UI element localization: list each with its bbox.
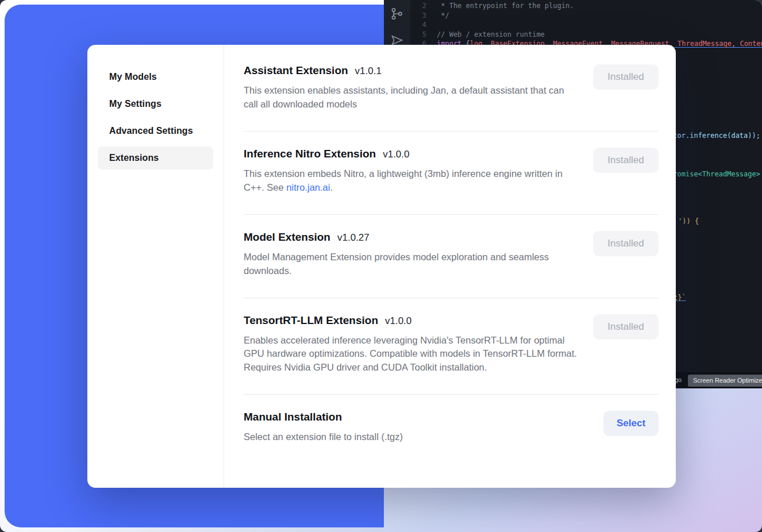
line-number: 3 (410, 11, 426, 21)
installed-button-tensorrt[interactable]: Installed (593, 314, 659, 340)
extension-section-nitro: Inference Nitro Extension v1.0.0 This ex… (244, 132, 659, 215)
sidebar-item-extensions[interactable]: Extensions (98, 147, 213, 169)
manual-installation-title: Manual Installation (244, 411, 342, 423)
nitro-link[interactable]: nitro.jan.ai (286, 182, 330, 192)
code-line: 2 * The entrypoint for the plugin. (410, 1, 762, 11)
extension-section-model: Model Extension v1.0.27 Model Management… (244, 215, 659, 298)
extension-description: This extension enables assistants, inclu… (244, 84, 577, 111)
description-text: . (330, 182, 333, 192)
sidebar-item-advanced-settings[interactable]: Advanced Settings (98, 119, 213, 142)
extension-version: v1.0.0 (385, 315, 411, 327)
code-fragment: rator.inference(data)); (665, 132, 760, 140)
select-button[interactable]: Select (603, 411, 659, 436)
extension-description: Model Management Extension provides mode… (244, 250, 577, 278)
git-branch-icon (390, 7, 404, 21)
manual-installation-description: Select an extension file to install (.tg… (244, 430, 403, 444)
section-title-row: Model Extension v1.0.27 (244, 231, 577, 244)
installed-button-model[interactable]: Installed (593, 231, 659, 256)
code-fragment: Promise<ThreadMessage> (669, 170, 760, 178)
extension-section-tensorrt: TensortRT-LLM Extension v1.0.0 Enables a… (244, 298, 659, 395)
extension-version: v1.0.0 (383, 149, 409, 160)
section-text: Inference Nitro Extension v1.0.0 This ex… (244, 148, 577, 195)
code-fragment: ')) { (678, 217, 699, 225)
section-text: Manual Installation Select an extension … (244, 411, 403, 444)
extension-section-assistant: Assistant Extension v1.0.1 This extensio… (244, 48, 659, 132)
code-text: */ (437, 11, 449, 21)
settings-modal: My Models My Settings Advanced Settings … (87, 45, 676, 488)
extension-title: Inference Nitro Extension (244, 148, 376, 160)
line-number: 5 (410, 30, 426, 40)
code-line: 5 // Web / extension runtime (410, 30, 762, 40)
extension-description: This extension embeds Nitro, a lightweig… (244, 167, 577, 195)
section-title-row: Inference Nitro Extension v1.0.0 (244, 148, 577, 160)
settings-sidebar: My Models My Settings Advanced Settings … (87, 45, 224, 488)
installed-button-nitro[interactable]: Installed (593, 148, 659, 173)
section-text: Assistant Extension v1.0.1 This extensio… (244, 64, 577, 111)
extension-version: v1.0.27 (337, 232, 370, 244)
sidebar-item-my-settings[interactable]: My Settings (98, 92, 213, 115)
extension-title: Assistant Extension (244, 64, 348, 77)
code-line: 4 (410, 20, 762, 30)
screen-reader-chip: Screen Reader Optimize (688, 375, 762, 387)
extension-version: v1.0.1 (355, 65, 382, 77)
section-text: Model Extension v1.0.27 Model Management… (244, 231, 577, 278)
installed-button-assistant[interactable]: Installed (593, 64, 659, 90)
manual-installation-section: Manual Installation Select an extension … (244, 395, 659, 458)
extension-description: Enables accelerated inference leveraging… (244, 334, 577, 375)
line-number: 2 (410, 1, 426, 11)
section-title-row: Manual Installation (244, 411, 403, 423)
extensions-list: Assistant Extension v1.0.1 This extensio… (224, 45, 676, 488)
section-title-row: TensortRT-LLM Extension v1.0.0 (244, 314, 577, 327)
code-line: 3 */ (410, 11, 762, 21)
extension-title: Model Extension (244, 231, 330, 244)
sidebar-item-my-models[interactable]: My Models (98, 65, 213, 88)
section-text: TensortRT-LLM Extension v1.0.0 Enables a… (244, 314, 577, 375)
extension-title: TensortRT-LLM Extension (244, 314, 378, 327)
code-text: // Web / extension runtime (437, 30, 545, 40)
code-lines: 2 * The entrypoint for the plugin. 3 */ … (410, 1, 762, 49)
page-background: 2 * The entrypoint for the plugin. 3 */ … (0, 0, 762, 532)
section-title-row: Assistant Extension v1.0.1 (244, 64, 577, 77)
code-text: * The entrypoint for the plugin. (437, 1, 574, 11)
line-number: 4 (410, 20, 426, 30)
